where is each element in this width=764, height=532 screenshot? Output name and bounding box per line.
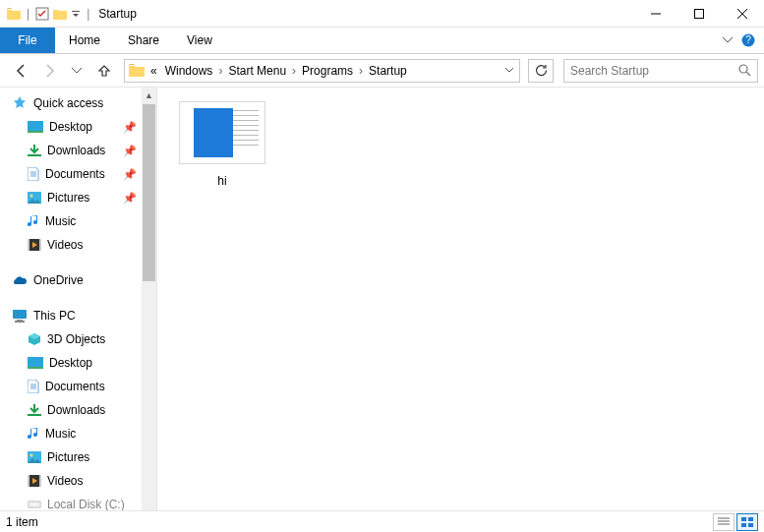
svg-rect-25 [29,502,39,506]
tree-pc-documents[interactable]: Documents [0,375,156,398]
recent-locations-button[interactable] [65,59,88,83]
svg-rect-18 [28,414,41,416]
file-list[interactable]: hi [157,88,764,510]
tree-label: Videos [47,474,83,488]
chevron-right-icon[interactable]: › [357,64,365,78]
svg-text:?: ? [745,34,751,45]
address-bar[interactable]: « Windows › Start Menu › Programs › Star… [124,59,520,83]
tree-documents[interactable]: Documents 📌 [0,162,156,186]
tree-label: Pictures [47,191,89,205]
svg-point-4 [739,65,747,73]
tree-pc-pictures[interactable]: Pictures [0,445,156,469]
3d-icon [28,332,41,346]
breadcrumb-programs[interactable]: Programs [298,64,357,78]
file-item[interactable]: hi [173,101,271,188]
title-bar: | | Startup [0,0,764,28]
tree-scrollbar[interactable]: ▲ [142,88,156,510]
svg-rect-1 [695,9,704,18]
file-tab[interactable]: File [0,28,55,53]
details-view-button[interactable] [713,513,735,531]
ribbon-expand-icon[interactable] [723,28,738,53]
tree-local-disk[interactable]: Local Disk (C:) [0,493,156,510]
minimize-button[interactable] [634,0,677,28]
tree-videos[interactable]: Videos [0,233,156,257]
svg-rect-11 [28,239,29,251]
separator: | [24,7,32,21]
window-title: Startup [92,7,137,21]
tree-label: Local Disk (C:) [47,498,125,510]
svg-rect-12 [39,239,41,251]
tree-onedrive[interactable]: OneDrive [0,268,156,292]
tree-label: Music [45,214,76,228]
address-dropdown-icon[interactable] [501,68,517,73]
navigation-bar: « Windows › Start Menu › Programs › Star… [0,54,764,88]
qat-dropdown-icon[interactable] [70,10,82,18]
svg-rect-23 [39,475,41,487]
tree-label: Desktop [49,120,92,134]
tree-downloads[interactable]: Downloads 📌 [0,139,156,162]
tree-music[interactable]: Music [0,209,156,233]
tree-label: Desktop [49,356,92,370]
search-placeholder: Search Startup [570,64,649,78]
large-icons-view-button[interactable] [736,513,758,531]
scroll-thumb[interactable] [143,104,155,281]
svg-rect-29 [748,523,753,527]
chevron-right-icon[interactable]: › [216,64,224,78]
svg-rect-5 [28,121,43,131]
close-button[interactable] [721,0,764,28]
breadcrumb-windows[interactable]: Windows [161,64,217,78]
tab-home[interactable]: Home [55,28,114,53]
tree-label: Pictures [47,450,89,464]
item-count: 1 item [6,515,38,529]
tree-3dobjects[interactable]: 3D Objects [0,327,156,351]
svg-rect-27 [748,517,753,521]
tree-this-pc[interactable]: This PC [0,304,156,327]
tree-pc-music[interactable]: Music [0,422,156,445]
svg-point-20 [30,454,33,457]
svg-rect-22 [28,475,29,487]
tree-pc-desktop[interactable]: Desktop [0,351,156,375]
tree-label: Music [45,427,76,441]
up-button[interactable] [92,59,116,83]
forward-button[interactable] [37,59,61,83]
svg-rect-17 [28,367,43,369]
help-icon[interactable]: ? [738,28,764,53]
svg-rect-15 [15,321,25,323]
qat-properties-icon[interactable] [34,6,50,22]
tree-quick-access[interactable]: Quick access [0,91,156,115]
pictures-icon [28,192,41,204]
tree-pictures[interactable]: Pictures 📌 [0,186,156,209]
pin-icon: 📌 [123,121,137,134]
pictures-icon [28,451,41,463]
tree-label: Videos [47,238,83,252]
tree-pc-downloads[interactable]: Downloads [0,398,156,422]
refresh-button[interactable] [528,59,554,83]
tab-view[interactable]: View [173,28,226,53]
maximize-button[interactable] [677,0,721,28]
svg-rect-28 [741,523,746,527]
breadcrumb-prefix[interactable]: « [147,64,161,78]
breadcrumb-startup[interactable]: Startup [365,64,411,78]
svg-rect-14 [17,320,23,321]
scroll-up-icon[interactable]: ▲ [142,88,156,103]
qat-newfolder-icon[interactable] [52,6,68,22]
tree-label: This PC [33,309,76,323]
back-button[interactable] [10,59,33,83]
tree-pc-videos[interactable]: Videos [0,469,156,493]
breadcrumb-startmenu[interactable]: Start Menu [224,64,290,78]
desktop-icon [28,121,43,133]
svg-point-9 [30,195,33,198]
navigation-pane[interactable]: Quick access Desktop 📌 Downloads 📌 Docum… [0,88,157,510]
disk-icon [28,499,41,510]
search-input[interactable]: Search Startup [563,59,758,83]
tree-desktop[interactable]: Desktop 📌 [0,115,156,139]
tab-share[interactable]: Share [114,28,173,53]
svg-rect-13 [13,310,27,319]
separator: | [84,7,92,21]
ribbon: File Home Share View ? [0,28,764,54]
chevron-right-icon[interactable]: › [290,64,298,78]
downloads-icon [28,144,41,157]
pc-icon [12,310,28,323]
document-thumbnail [179,101,265,164]
tree-label: Quick access [33,96,103,110]
